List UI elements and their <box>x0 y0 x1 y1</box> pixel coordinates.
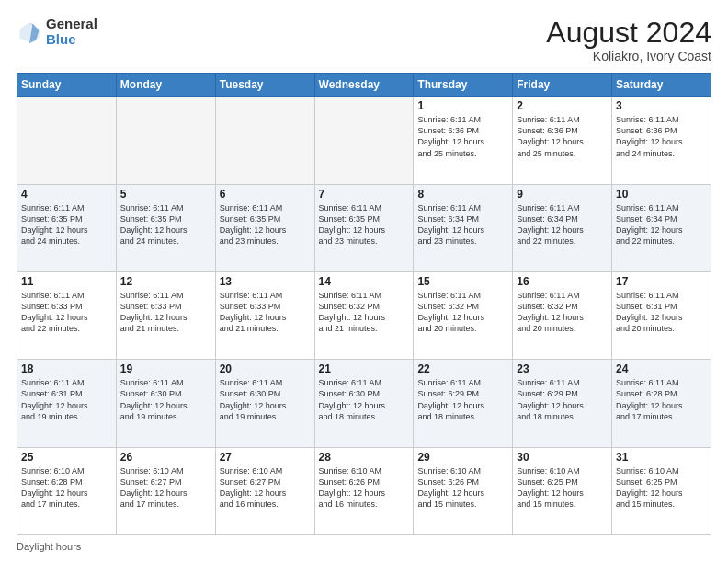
calendar-cell: 15Sunrise: 6:11 AM Sunset: 6:32 PM Dayli… <box>414 271 513 359</box>
day-info: Sunrise: 6:11 AM Sunset: 6:36 PM Dayligh… <box>616 114 707 159</box>
month-year: August 2024 <box>546 17 711 49</box>
day-info: Sunrise: 6:11 AM Sunset: 6:32 PM Dayligh… <box>517 290 608 335</box>
calendar-cell <box>215 97 314 184</box>
day-number: 17 <box>616 275 707 288</box>
calendar-cell: 27Sunrise: 6:10 AM Sunset: 6:27 PM Dayli… <box>215 447 314 534</box>
calendar-cell: 18Sunrise: 6:11 AM Sunset: 6:31 PM Dayli… <box>17 360 117 447</box>
calendar-cell: 3Sunrise: 6:11 AM Sunset: 6:36 PM Daylig… <box>612 97 711 184</box>
day-number: 26 <box>120 451 211 464</box>
calendar-cell: 13Sunrise: 6:11 AM Sunset: 6:33 PM Dayli… <box>215 271 314 359</box>
day-number: 31 <box>616 451 707 464</box>
day-info: Sunrise: 6:11 AM Sunset: 6:35 PM Dayligh… <box>120 202 211 247</box>
col-header-wednesday: Wednesday <box>314 74 414 97</box>
week-row-5: 25Sunrise: 6:10 AM Sunset: 6:28 PM Dayli… <box>17 447 711 534</box>
header-row: SundayMondayTuesdayWednesdayThursdayFrid… <box>17 74 711 97</box>
day-info: Sunrise: 6:10 AM Sunset: 6:27 PM Dayligh… <box>220 465 311 511</box>
calendar-cell: 28Sunrise: 6:10 AM Sunset: 6:26 PM Dayli… <box>314 447 414 534</box>
calendar-cell <box>116 97 215 184</box>
day-number: 24 <box>616 362 707 375</box>
col-header-saturday: Saturday <box>612 74 711 97</box>
calendar-cell: 12Sunrise: 6:11 AM Sunset: 6:33 PM Dayli… <box>116 271 215 359</box>
day-number: 22 <box>417 362 508 375</box>
week-row-1: 1Sunrise: 6:11 AM Sunset: 6:36 PM Daylig… <box>17 97 711 184</box>
logo-blue: Blue <box>46 31 76 47</box>
calendar-cell: 17Sunrise: 6:11 AM Sunset: 6:31 PM Dayli… <box>612 271 711 359</box>
day-number: 9 <box>517 188 608 201</box>
day-number: 6 <box>220 188 311 201</box>
day-number: 23 <box>517 362 608 375</box>
day-number: 7 <box>319 188 410 201</box>
footer: Daylight hours <box>17 541 711 552</box>
title-block: August 2024 Koliakro, Ivory Coast <box>546 17 711 63</box>
day-info: Sunrise: 6:11 AM Sunset: 6:36 PM Dayligh… <box>417 114 508 159</box>
week-row-2: 4Sunrise: 6:11 AM Sunset: 6:35 PM Daylig… <box>17 184 711 271</box>
day-number: 2 <box>517 99 608 112</box>
week-row-3: 11Sunrise: 6:11 AM Sunset: 6:33 PM Dayli… <box>17 271 711 359</box>
calendar-cell: 1Sunrise: 6:11 AM Sunset: 6:36 PM Daylig… <box>414 97 513 184</box>
calendar-cell: 6Sunrise: 6:11 AM Sunset: 6:35 PM Daylig… <box>215 184 314 271</box>
day-number: 4 <box>21 188 112 201</box>
calendar-cell: 21Sunrise: 6:11 AM Sunset: 6:30 PM Dayli… <box>314 360 414 447</box>
day-number: 12 <box>120 275 211 288</box>
day-info: Sunrise: 6:11 AM Sunset: 6:31 PM Dayligh… <box>616 290 707 335</box>
calendar-cell: 5Sunrise: 6:11 AM Sunset: 6:35 PM Daylig… <box>116 184 215 271</box>
day-number: 3 <box>616 99 707 112</box>
calendar-cell: 14Sunrise: 6:11 AM Sunset: 6:32 PM Dayli… <box>314 271 414 359</box>
day-number: 19 <box>120 362 211 375</box>
day-info: Sunrise: 6:11 AM Sunset: 6:33 PM Dayligh… <box>21 290 112 335</box>
calendar-cell: 25Sunrise: 6:10 AM Sunset: 6:28 PM Dayli… <box>17 447 117 534</box>
calendar-cell: 8Sunrise: 6:11 AM Sunset: 6:34 PM Daylig… <box>414 184 513 271</box>
day-info: Sunrise: 6:11 AM Sunset: 6:28 PM Dayligh… <box>616 377 707 422</box>
calendar-cell <box>314 97 414 184</box>
calendar-cell: 2Sunrise: 6:11 AM Sunset: 6:36 PM Daylig… <box>513 97 612 184</box>
day-info: Sunrise: 6:11 AM Sunset: 6:30 PM Dayligh… <box>120 377 211 422</box>
calendar-table: SundayMondayTuesdayWednesdayThursdayFrid… <box>17 73 711 535</box>
day-info: Sunrise: 6:11 AM Sunset: 6:31 PM Dayligh… <box>21 377 112 422</box>
calendar-cell: 10Sunrise: 6:11 AM Sunset: 6:34 PM Dayli… <box>612 184 711 271</box>
calendar-cell: 11Sunrise: 6:11 AM Sunset: 6:33 PM Dayli… <box>17 271 117 359</box>
day-info: Sunrise: 6:11 AM Sunset: 6:35 PM Dayligh… <box>21 202 112 247</box>
day-number: 5 <box>120 188 211 201</box>
day-info: Sunrise: 6:10 AM Sunset: 6:26 PM Dayligh… <box>319 465 410 511</box>
col-header-monday: Monday <box>116 74 215 97</box>
page: General Blue August 2024 Koliakro, Ivory… <box>0 0 728 563</box>
calendar-cell: 29Sunrise: 6:10 AM Sunset: 6:26 PM Dayli… <box>414 447 513 534</box>
logo-general: General <box>46 16 97 31</box>
day-number: 10 <box>616 188 707 201</box>
day-number: 14 <box>319 275 410 288</box>
day-number: 30 <box>517 451 608 464</box>
day-number: 16 <box>517 275 608 288</box>
day-number: 1 <box>417 99 508 112</box>
day-number: 28 <box>319 451 410 464</box>
calendar-cell: 30Sunrise: 6:10 AM Sunset: 6:25 PM Dayli… <box>513 447 612 534</box>
calendar-cell: 19Sunrise: 6:11 AM Sunset: 6:30 PM Dayli… <box>116 360 215 447</box>
header: General Blue August 2024 Koliakro, Ivory… <box>17 17 711 63</box>
day-info: Sunrise: 6:10 AM Sunset: 6:27 PM Dayligh… <box>120 465 211 511</box>
day-info: Sunrise: 6:10 AM Sunset: 6:26 PM Dayligh… <box>417 465 508 511</box>
day-info: Sunrise: 6:11 AM Sunset: 6:34 PM Dayligh… <box>417 202 508 247</box>
calendar-cell: 4Sunrise: 6:11 AM Sunset: 6:35 PM Daylig… <box>17 184 117 271</box>
day-number: 15 <box>417 275 508 288</box>
day-info: Sunrise: 6:11 AM Sunset: 6:36 PM Dayligh… <box>517 114 608 159</box>
day-info: Sunrise: 6:11 AM Sunset: 6:34 PM Dayligh… <box>616 202 707 247</box>
logo-text: General Blue <box>46 17 97 47</box>
day-info: Sunrise: 6:11 AM Sunset: 6:35 PM Dayligh… <box>220 202 311 247</box>
day-info: Sunrise: 6:10 AM Sunset: 6:28 PM Dayligh… <box>21 465 112 511</box>
day-info: Sunrise: 6:11 AM Sunset: 6:32 PM Dayligh… <box>319 290 410 335</box>
day-number: 21 <box>319 362 410 375</box>
calendar-cell <box>17 97 117 184</box>
col-header-tuesday: Tuesday <box>215 74 314 97</box>
generalblue-icon <box>17 19 42 45</box>
calendar-cell: 9Sunrise: 6:11 AM Sunset: 6:34 PM Daylig… <box>513 184 612 271</box>
calendar-cell: 22Sunrise: 6:11 AM Sunset: 6:29 PM Dayli… <box>414 360 513 447</box>
day-number: 13 <box>220 275 311 288</box>
week-row-4: 18Sunrise: 6:11 AM Sunset: 6:31 PM Dayli… <box>17 360 711 447</box>
calendar-cell: 16Sunrise: 6:11 AM Sunset: 6:32 PM Dayli… <box>513 271 612 359</box>
calendar-cell: 23Sunrise: 6:11 AM Sunset: 6:29 PM Dayli… <box>513 360 612 447</box>
day-info: Sunrise: 6:10 AM Sunset: 6:25 PM Dayligh… <box>616 465 707 511</box>
location: Koliakro, Ivory Coast <box>546 49 711 63</box>
day-info: Sunrise: 6:11 AM Sunset: 6:30 PM Dayligh… <box>220 377 311 422</box>
day-info: Sunrise: 6:11 AM Sunset: 6:32 PM Dayligh… <box>417 290 508 335</box>
day-number: 25 <box>21 451 112 464</box>
day-info: Sunrise: 6:11 AM Sunset: 6:35 PM Dayligh… <box>319 202 410 247</box>
